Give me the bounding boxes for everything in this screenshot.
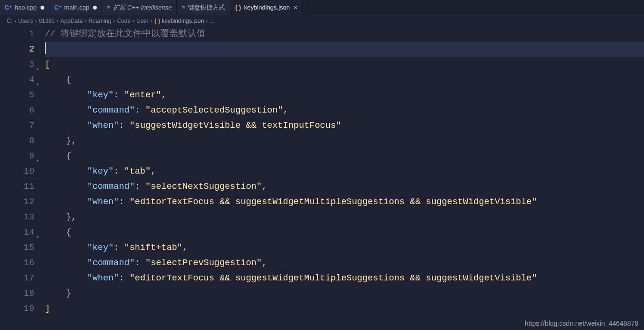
code-token: "command" [87,182,135,192]
tab-main-cpp[interactable]: C⁺main.cpp [50,0,102,15]
code-token [45,182,87,192]
code-line[interactable]: [ [45,57,644,72]
line-number: 2 [0,42,34,57]
tab-hao-cpp[interactable]: C⁺hao.cpp [0,0,50,15]
code-token: // 将键绑定放在此文件中以覆盖默认值 [45,29,205,39]
code-token: : [119,197,129,207]
breadcrumb-segment[interactable]: Code [117,18,131,24]
code-line[interactable]: "command": "selectNextSuggestion", [45,179,644,195]
code-line[interactable]: "when": "editorTextFocus && suggestWidge… [45,271,644,286]
chevron-right-icon: › [150,18,152,24]
tab--[interactable]: ≡键盘快捷方式 [177,0,230,15]
code-line[interactable]: { [45,149,644,164]
tab-label: keybindings.json [244,4,290,11]
tab-keybindings-json[interactable]: { }keybindings.json× [230,0,303,15]
breadcrumb-segment[interactable]: C: [7,18,12,24]
code-token: , [72,136,77,146]
line-number: 9 [0,149,34,164]
code-line[interactable]: ] [45,301,644,317]
code-token: "when" [87,121,119,131]
code-editor[interactable]: ▾▾▾▾ 12345678910111213141516171819 // 将键… [0,27,644,330]
code-token [45,197,87,207]
code-token [45,258,87,268]
code-token: , [72,212,77,222]
fold-toggle-icon[interactable]: ▾ [36,230,39,245]
text-cursor [45,42,46,54]
code-line[interactable]: "key": "tab", [45,164,644,179]
line-number: 7 [0,118,34,134]
code-token: : [113,166,124,176]
code-token [45,151,66,161]
code-line[interactable]: "when": "editorTextFocus && suggestWidge… [45,195,644,210]
code-line[interactable]: { [45,72,644,88]
code-token: : [119,273,129,283]
code-token: "editorTextFocus && suggestWidgetMultipl… [130,273,537,283]
breadcrumb-segment[interactable]: Users [18,18,33,24]
code-token [45,289,66,299]
cpp-icon: C⁺ [54,4,61,11]
close-icon[interactable]: × [294,4,297,11]
code-line[interactable]: "command": "selectPrevSuggestion", [45,256,644,271]
code-token [45,75,66,85]
code-token: [ [45,60,50,70]
line-number: 10 [0,164,34,179]
breadcrumb-segment[interactable]: AppData [61,18,83,24]
breadcrumb-file-label: keybindings.json [162,18,204,24]
code-line[interactable]: }, [45,210,644,225]
code-token: , [151,166,156,176]
code-line[interactable]: "when": "suggestWidgetVisible && textInp… [45,118,644,134]
code-token: { [66,75,71,85]
code-line[interactable]: "command": "acceptSelectedSuggestion", [45,103,644,118]
code-token: "enter" [124,90,162,100]
code-token: "when" [87,197,119,207]
code-line[interactable]: { [45,225,644,240]
line-number: 17 [0,271,34,286]
code-line[interactable]: } [45,286,644,301]
code-token: "editorTextFocus && suggestWidgetMultipl… [130,197,537,207]
line-number: 18 [0,286,34,301]
fold-toggle-icon[interactable]: ▾ [36,62,39,77]
code-line[interactable]: "key": "shift+tab", [45,240,644,256]
code-token: "key" [87,243,114,253]
line-number: 4 [0,72,34,88]
code-token: "selectNextSuggestion" [145,182,262,192]
code-token: { [66,151,71,161]
code-token: "key" [87,166,114,176]
code-line[interactable]: }, [45,134,644,149]
chevron-right-icon: › [35,18,37,24]
chevron-right-icon: › [133,18,134,24]
line-number: 5 [0,88,34,103]
code-line[interactable]: "key": "enter", [45,88,644,103]
code-token: "acceptSelectedSuggestion" [145,105,283,115]
code-token: "tab" [124,166,151,176]
line-number: 3 [0,57,34,72]
line-number: 8 [0,134,34,149]
list-icon: ≡ [107,4,110,11]
fold-toggle-icon[interactable]: ▾ [36,154,39,169]
breadcrumb-segment[interactable]: User [136,18,148,24]
code-token: "selectPrevSuggestion" [145,258,262,268]
json-icon: { } [154,18,160,24]
breadcrumb-file[interactable]: { }keybindings.json [154,18,204,24]
breadcrumb-tail[interactable]: ... [210,18,215,24]
code-token: ] [45,304,50,314]
dirty-indicator-icon [41,6,44,10]
code-token: : [113,90,124,100]
tab-label: 键盘快捷方式 [188,3,225,12]
breadcrumb-segment[interactable]: 91360 [39,18,54,24]
fold-toggle-icon[interactable]: ▾ [36,77,39,93]
code-line[interactable] [45,42,644,57]
chevron-right-icon: › [206,18,208,24]
code-area[interactable]: // 将键绑定放在此文件中以覆盖默认值[ { "key": "enter", "… [45,27,644,330]
dirty-indicator-icon [93,6,97,10]
chevron-right-icon: › [84,18,86,24]
code-token: , [262,258,267,268]
tab--c-intellisense[interactable]: ≡扩展 C++ Intellisense [102,0,177,15]
kb-icon: ≡ [182,4,185,11]
chevron-right-icon: › [14,18,16,24]
code-line[interactable]: // 将键绑定放在此文件中以覆盖默认值 [45,27,644,42]
breadcrumb-segment[interactable]: Roaming [88,18,111,24]
line-number: 1 [0,27,34,42]
line-number: 13 [0,210,34,225]
code-token: : [113,243,124,253]
